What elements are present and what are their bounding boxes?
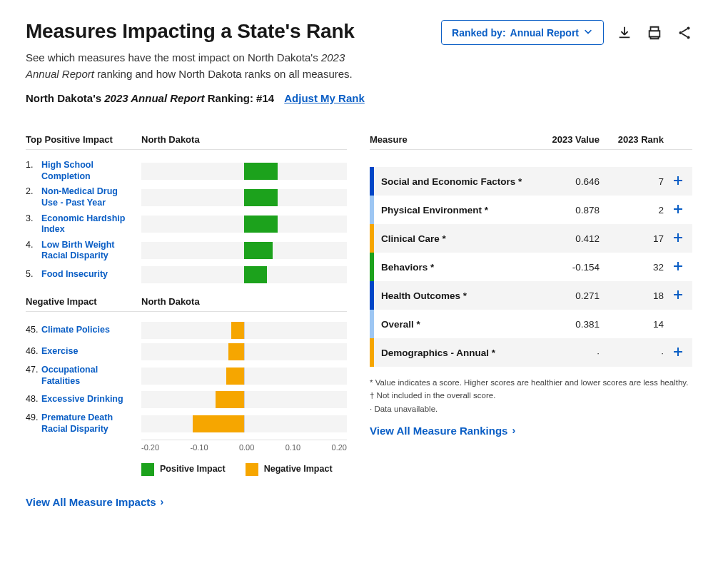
negative-rows: 45.Climate Policies46.Exercise47.Occupat… [26, 322, 347, 435]
impact-measure-link[interactable]: Low Birth Weight Racial Disparity [41, 240, 133, 262]
impact-bar-track [141, 415, 347, 432]
impact-measure-link[interactable]: Exercise [41, 346, 78, 358]
svg-point-0 [679, 31, 682, 34]
impact-label: 5.Food Insecurity [26, 269, 133, 280]
impact-bar-track [141, 266, 347, 283]
view-all-rankings-link[interactable]: View All Measure Rankings› [370, 425, 515, 437]
impact-row: 46.Exercise [26, 343, 347, 360]
expand-row-icon[interactable] [664, 230, 692, 247]
positive-bar [244, 189, 278, 206]
th-value: 2023 Value [535, 134, 600, 145]
measure-name: Clinical Care * [374, 233, 535, 244]
impact-measure-link[interactable]: High School Completion [41, 160, 133, 182]
measure-row: Social and Economic Factors *0.6467 [370, 167, 692, 196]
adjust-my-rank-link[interactable]: Adjust My Rank [284, 92, 365, 104]
ranking-line: North Dakota's 2023 Annual Report Rankin… [26, 92, 365, 104]
svg-point-2 [687, 36, 689, 39]
impact-bar-track [141, 242, 347, 259]
impact-measure-link[interactable]: Occupational Fatalities [41, 365, 133, 387]
header-left: Measures Impacting a State's Rank See wh… [26, 20, 365, 104]
measure-row: Health Outcomes *0.27118 [370, 281, 692, 310]
measures-column: Measure 2023 Value 2023 Rank Social and … [370, 134, 692, 509]
expand-row-icon[interactable] [664, 259, 692, 275]
measure-row: Behaviors *-0.15432 [370, 253, 692, 281]
impact-x-axis: -0.20 -0.10 0.00 0.10 0.20 [141, 440, 347, 452]
measure-value: 0.878 [535, 205, 600, 216]
axis-tick: -0.20 [141, 443, 159, 452]
impact-legend: Positive Impact Negative Impact [141, 463, 347, 476]
impact-bar-track [141, 216, 347, 233]
print-icon[interactable] [647, 25, 662, 41]
measure-name: Social and Economic Factors * [374, 176, 535, 187]
expand-row-icon[interactable] [664, 288, 692, 304]
measure-name: Behaviors * [374, 262, 535, 273]
impact-measure-link[interactable]: Food Insecurity [41, 269, 108, 280]
positive-bar [244, 216, 278, 233]
impact-label: 2.Non-Medical Drug Use - Past Year [26, 186, 133, 208]
axis-tick: 0.20 [332, 443, 347, 452]
impact-row: 48.Excessive Drinking [26, 391, 347, 408]
axis-tick: 0.00 [239, 443, 254, 452]
view-all-impacts-link[interactable]: View All Measure Impacts› [26, 496, 163, 508]
th-expand [664, 134, 692, 145]
measures-table-body: Social and Economic Factors *0.6467Physi… [370, 167, 692, 367]
footnote-score: * Value indicates a score. Higher scores… [370, 377, 692, 389]
impact-measure-link[interactable]: Climate Policies [41, 325, 110, 336]
impact-bar-track [141, 189, 347, 206]
measure-value: 0.381 [535, 319, 600, 330]
svg-point-1 [687, 26, 689, 29]
measure-name: Overall * [374, 319, 535, 330]
measure-rank: 2 [600, 205, 664, 216]
share-icon[interactable] [677, 25, 692, 41]
positive-bar [244, 266, 267, 283]
header-right: Ranked by: Annual Report [441, 20, 692, 45]
negative-bar [231, 322, 244, 339]
measure-rank: 14 [600, 319, 664, 330]
impact-label: 4.Low Birth Weight Racial Disparity [26, 240, 133, 262]
legend-positive-swatch [141, 463, 154, 476]
negative-section-header: Negative Impact North Dakota [26, 296, 347, 312]
download-icon[interactable] [617, 25, 632, 41]
impact-measure-link[interactable]: Premature Death Racial Disparity [41, 412, 133, 435]
measure-rank: 18 [600, 290, 664, 301]
expand-row-icon[interactable] [664, 202, 692, 218]
impact-label: 48.Excessive Drinking [26, 394, 133, 405]
main-content: Top Positive Impact North Dakota 1.High … [26, 134, 692, 509]
th-rank: 2023 Rank [600, 134, 664, 145]
measure-row: Clinical Care *0.41217 [370, 224, 692, 253]
ranked-by-select[interactable]: Ranked by: Annual Report [441, 20, 604, 45]
measure-value: · [535, 348, 600, 358]
expand-row-icon[interactable] [664, 173, 692, 190]
chevron-down-icon [583, 26, 593, 39]
measure-row: Demographics - Annual *·· [370, 338, 692, 367]
header-icons [617, 25, 692, 41]
header-row: Measures Impacting a State's Rank See wh… [26, 20, 692, 104]
state-header-2: North Dakota [141, 296, 200, 307]
measure-name: Demographics - Annual * [374, 348, 535, 358]
impact-label: 49.Premature Death Racial Disparity [26, 412, 133, 435]
impact-measure-link[interactable]: Non-Medical Drug Use - Past Year [41, 186, 133, 208]
impact-measure-link[interactable]: Excessive Drinking [41, 394, 123, 405]
expand-row-icon[interactable] [664, 345, 692, 361]
impact-column: Top Positive Impact North Dakota 1.High … [26, 134, 347, 509]
impact-row: 47.Occupational Fatalities [26, 365, 347, 387]
impact-label: 1.High School Completion [26, 160, 133, 182]
negative-header-label: Negative Impact [26, 296, 133, 307]
impact-bar-track [141, 391, 347, 408]
page-title: Measures Impacting a State's Rank [26, 20, 365, 43]
measure-value: 0.412 [535, 233, 600, 244]
legend-negative: Negative Impact [246, 463, 333, 476]
measure-value: 0.646 [535, 176, 600, 187]
negative-bar [226, 368, 244, 385]
measure-name: Health Outcomes * [374, 290, 535, 301]
impact-label: 3.Economic Hardship Index [26, 213, 133, 235]
measure-row: Overall *0.38114 [370, 310, 692, 338]
measure-rank: · [600, 348, 664, 358]
impact-measure-link[interactable]: Economic Hardship Index [41, 213, 133, 235]
impact-row: 3.Economic Hardship Index [26, 213, 347, 235]
impact-label: 45.Climate Policies [26, 325, 133, 336]
axis-tick: 0.10 [285, 443, 300, 452]
impact-bar-track [141, 343, 347, 360]
chevron-right-icon: › [161, 496, 164, 507]
footnote-unavailable: · Data unavailable. [370, 403, 692, 415]
